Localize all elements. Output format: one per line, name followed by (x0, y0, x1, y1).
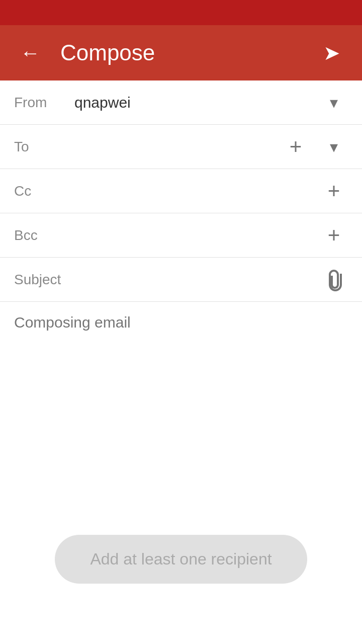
from-dropdown-button[interactable]: ▾ (320, 89, 348, 117)
plus-icon: + (328, 225, 340, 246)
status-bar (0, 0, 362, 25)
bcc-input[interactable] (69, 227, 320, 244)
from-row: From qnapwei ▾ (0, 80, 362, 125)
subject-label: Subject (14, 272, 69, 288)
back-icon: ← (20, 43, 40, 63)
bottom-section: Add at least one recipient (0, 535, 362, 584)
compose-form: From qnapwei ▾ To + ▾ Cc + Bcc (0, 80, 362, 519)
subject-row: Subject (0, 258, 362, 302)
plus-icon: + (328, 181, 340, 202)
add-recipient-button[interactable]: Add at least one recipient (55, 535, 307, 584)
from-label: From (14, 95, 69, 111)
bcc-add-button[interactable]: + (320, 221, 348, 250)
to-label: To (14, 139, 69, 155)
paperclip-icon (325, 268, 343, 292)
plus-icon: + (290, 136, 302, 157)
send-button[interactable]: ➤ (317, 38, 347, 68)
to-add-button[interactable]: + (282, 133, 310, 161)
attach-button[interactable] (320, 266, 348, 294)
chevron-down-icon: ▾ (330, 93, 338, 112)
cc-label: Cc (14, 183, 69, 199)
body-input[interactable] (14, 314, 348, 505)
from-value: qnapwei (74, 94, 320, 111)
cc-input[interactable] (69, 183, 320, 200)
page-title: Compose (45, 40, 317, 65)
chevron-down-icon: ▾ (330, 137, 338, 156)
cc-add-button[interactable]: + (320, 177, 348, 205)
toolbar: ← Compose ➤ (0, 25, 362, 80)
body-area (0, 302, 362, 519)
cc-row: Cc + (0, 169, 362, 213)
back-button[interactable]: ← (15, 38, 45, 68)
to-row: To + ▾ (0, 125, 362, 169)
to-input[interactable] (69, 138, 282, 155)
send-icon: ➤ (323, 41, 340, 64)
add-recipient-label: Add at least one recipient (90, 550, 272, 569)
bcc-row: Bcc + (0, 213, 362, 258)
subject-input[interactable] (69, 271, 320, 288)
to-dropdown-button[interactable]: ▾ (320, 133, 348, 161)
bcc-label: Bcc (14, 227, 69, 244)
